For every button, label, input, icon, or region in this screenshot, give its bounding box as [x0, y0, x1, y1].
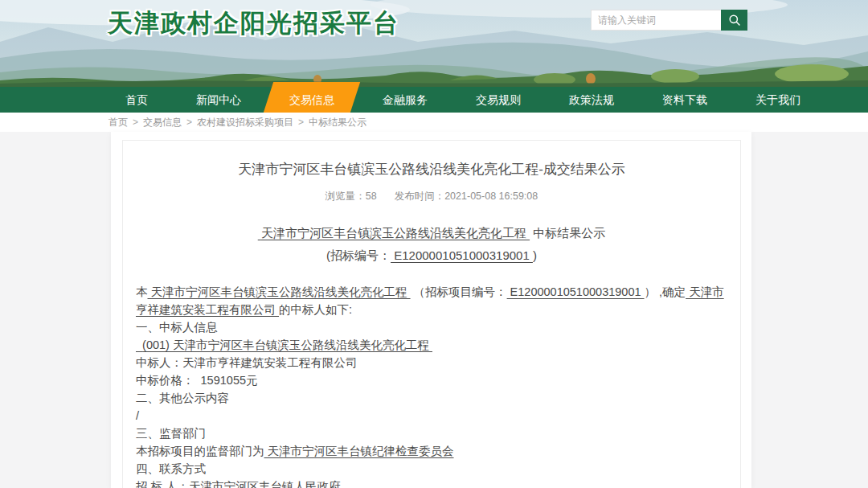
underlined-text: (001) 天津市宁河区丰台镇滨玉公路线沿线美化亮化工程	[136, 338, 432, 351]
breadcrumb-link-2[interactable]: 交易信息	[143, 117, 182, 128]
document-heading: 天津市宁河区丰台镇滨玉公路线沿线美化亮化工程 中标结果公示	[133, 226, 731, 241]
document-line-9: 四、联系方式	[133, 460, 731, 478]
text: /	[136, 409, 139, 422]
nav-item-label: 资料下载	[662, 93, 707, 106]
text: (招标编号：	[326, 248, 391, 262]
text: （招标项目编号：	[411, 285, 507, 298]
nav-item-label: 金融服务	[383, 93, 428, 106]
text: 本招标项目的监督部门为	[136, 445, 264, 457]
text: 三、监督部门	[136, 427, 206, 440]
document-intro-paragraph: 本 天津市宁河区丰台镇滨玉公路线沿线美化亮化工程 （招标项目编号： E12000…	[133, 283, 731, 318]
text: ） ,确定	[645, 285, 686, 298]
nav-item-4[interactable]: 金融服务	[358, 87, 452, 113]
article-title: 天津市宁河区丰台镇滨玉公路线沿线美化亮化工程-成交结果公示	[133, 160, 731, 178]
document-line-5: 二、其他公示内容	[133, 389, 731, 407]
text: 本	[136, 285, 148, 298]
text: 四、联系方式	[136, 462, 206, 475]
document-line-6: /	[133, 407, 731, 424]
page: 天津政村企阳光招采平台 首页新闻中心交易信息金融服务交易规则政策法规资料下载关于…	[0, 0, 868, 488]
breadcrumb-link-3[interactable]: 农村建设招标采购项目	[197, 117, 293, 128]
content-panel: 天津市宁河区丰台镇滨玉公路线沿线美化亮化工程-成交结果公示 浏览量：58发布时间…	[111, 132, 751, 488]
header-banner: 天津政村企阳光招采平台	[0, 0, 868, 87]
document-line-7: 三、监督部门	[133, 424, 731, 442]
article-meta: 浏览量：58发布时间：2021-05-08 16:59:08	[133, 190, 731, 203]
nav-item-label: 交易规则	[476, 93, 521, 106]
breadcrumb-link-4: 中标结果公示	[309, 117, 366, 128]
search-input[interactable]	[591, 10, 721, 31]
document-line-10: 招 标 人：天津市宁河区丰台镇人民政府	[133, 478, 731, 488]
nav-item-5[interactable]: 交易规则	[452, 87, 545, 113]
nav-item-label: 新闻中心	[196, 93, 241, 106]
document-line-8: 本招标项目的监督部门为 天津市宁河区丰台镇纪律检查委员会	[133, 442, 731, 460]
document-line-4: 中标价格： 1591055元	[133, 371, 731, 389]
text: )	[533, 248, 537, 262]
publish-time: 2021-05-08 16:59:08	[444, 191, 538, 202]
nav-item-label: 交易信息	[289, 93, 334, 106]
main-nav: 首页新闻中心交易信息金融服务交易规则政策法规资料下载关于我们	[0, 87, 868, 113]
nav-item-label: 关于我们	[755, 93, 800, 106]
underlined-text: 天津市宁河区丰台镇滨玉公路线沿线美化亮化工程	[148, 285, 411, 298]
text: 招 标 人：天津市宁河区丰台镇人民政府	[136, 480, 341, 488]
document-line-3: 中标人：天津市亨祥建筑安装工程有限公司	[133, 354, 731, 371]
breadcrumb-link-1[interactable]: 首页	[108, 117, 128, 128]
underlined-text: E1200001051000319001	[391, 248, 533, 262]
search-bar	[591, 10, 747, 31]
breadcrumb-separator: >	[133, 117, 138, 128]
text: 二、其他公示内容	[136, 392, 229, 404]
nav-item-3[interactable]: 交易信息	[265, 87, 358, 113]
nav-item-7[interactable]: 资料下载	[638, 87, 731, 113]
nav-item-label: 首页	[125, 93, 148, 106]
document-body: 一、中标人信息 (001) 天津市宁河区丰台镇滨玉公路线沿线美化亮化工程 中标人…	[133, 318, 731, 488]
search-button[interactable]	[721, 10, 747, 31]
text: 中标人：天津市亨祥建筑安装工程有限公司	[136, 356, 358, 369]
text: 一、中标人信息	[136, 321, 218, 334]
nav-item-6[interactable]: 政策法规	[545, 87, 638, 113]
nav-item-8[interactable]: 关于我们	[731, 87, 825, 113]
text: 中标结果公示	[530, 226, 605, 240]
text: 的中标人如下:	[279, 303, 352, 316]
document-line-2: (001) 天津市宁河区丰台镇滨玉公路线沿线美化亮化工程	[133, 336, 731, 354]
breadcrumb-separator: >	[298, 117, 304, 128]
nav-item-1[interactable]: 首页	[101, 87, 172, 113]
views-label: 浏览量：	[326, 191, 366, 202]
breadcrumb-separator: >	[186, 117, 192, 128]
document-line-1: 一、中标人信息	[133, 318, 731, 336]
breadcrumb: 首页>交易信息>农村建设招标采购项目>中标结果公示	[0, 113, 868, 132]
underlined-text: E1200001051000319001	[507, 285, 645, 298]
document-tender-number: (招标编号： E1200001051000319001 )	[133, 248, 731, 264]
underlined-text: 天津市宁河区丰台镇滨玉公路线沿线美化亮化工程	[258, 226, 530, 240]
page-background: 天津市宁河区丰台镇滨玉公路线沿线美化亮化工程-成交结果公示 浏览量：58发布时间…	[0, 132, 868, 488]
site-title: 天津政村企阳光招采平台	[108, 6, 399, 40]
nav-item-2[interactable]: 新闻中心	[172, 87, 265, 113]
article-panel: 天津市宁河区丰台镇滨玉公路线沿线美化亮化工程-成交结果公示 浏览量：58发布时间…	[122, 140, 741, 488]
search-icon	[728, 14, 741, 27]
underlined-text: 天津市宁河区丰台镇纪律检查委员会	[264, 445, 454, 457]
views-count: 58	[366, 191, 377, 202]
publish-time-label: 发布时间：	[395, 191, 445, 202]
text: 中标价格： 1591055元	[136, 374, 258, 387]
nav-item-label: 政策法规	[569, 93, 614, 106]
